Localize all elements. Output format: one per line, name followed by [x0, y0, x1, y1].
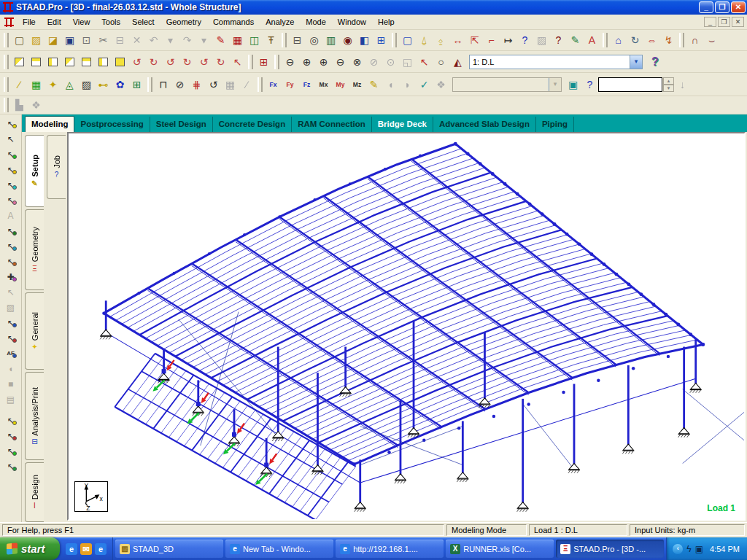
highlight-select-button[interactable]: ↖: [2, 413, 20, 428]
quicklaunch-outlook-express-icon[interactable]: ✉: [80, 543, 92, 555]
beam-angle-tool-button[interactable]: ⊘: [171, 77, 188, 93]
print-preview-button[interactable]: ◎: [306, 32, 322, 48]
structure-wizard-button[interactable]: ◫: [246, 32, 263, 48]
zoom-window-button[interactable]: ⊗: [349, 54, 365, 70]
open-file-button[interactable]: ▨: [28, 32, 44, 48]
geometry-cursor-button[interactable]: ↖: [2, 192, 20, 208]
rotate-right-button[interactable]: ↻: [179, 54, 196, 70]
tab-concrete-design[interactable]: Concrete Design: [213, 117, 292, 132]
green-select-button[interactable]: ↖: [2, 443, 20, 459]
solids-cursor-button[interactable]: ↖: [2, 162, 20, 177]
pan-cursor-button[interactable]: ↖: [416, 54, 433, 70]
view-top-cube-button[interactable]: [28, 54, 44, 70]
insert-node-button[interactable]: ◬: [61, 77, 78, 93]
rotate-entities-button[interactable]: ⌐: [483, 32, 500, 48]
menu-geometry[interactable]: Geometry: [160, 16, 207, 28]
open-model-button[interactable]: ◪: [44, 32, 61, 48]
view-iso-cube-button[interactable]: [11, 54, 28, 70]
translational-repeat-button[interactable]: ▦: [28, 77, 44, 93]
take-picture-button[interactable]: ◉: [339, 32, 356, 48]
zoom-capture-button[interactable]: ⊖: [282, 54, 298, 70]
text-labels-button[interactable]: A: [584, 32, 600, 48]
nodes-cursor-button[interactable]: ↖: [2, 116, 20, 131]
help-pointer-button[interactable]: ?: [550, 32, 567, 48]
circular-repeat-button[interactable]: ✦: [44, 77, 61, 93]
load-fz-button[interactable]: Fz: [298, 77, 315, 93]
erase-results-button[interactable]: ✎: [212, 32, 229, 48]
spinner-up-icon[interactable]: ▲: [663, 77, 674, 85]
load-values-select-button[interactable]: ↖: [2, 330, 20, 346]
mdi-close-button[interactable]: ✕: [732, 17, 744, 27]
shrink-view-button[interactable]: ⊞: [255, 54, 272, 70]
rotate-cursor-button[interactable]: ↖: [229, 54, 246, 70]
model-viewport[interactable]: Y x Z Load 1: [67, 132, 746, 521]
tab-piping[interactable]: Piping: [536, 117, 574, 132]
tab-bridge-deck[interactable]: Bridge Deck: [372, 117, 433, 132]
load-fy-button[interactable]: Fy: [282, 77, 298, 93]
tab-modeling[interactable]: Modeling: [25, 116, 74, 132]
menu-mode[interactable]: Mode: [300, 16, 332, 28]
taskbar-task-http-192-168-1[interactable]: ehttp://192.168.1....: [336, 540, 444, 558]
isometric-view-button[interactable]: ⌂: [610, 32, 627, 48]
menu-select[interactable]: Select: [126, 16, 160, 28]
lens-button[interactable]: ○: [433, 54, 449, 70]
menu-tools[interactable]: Tools: [96, 16, 126, 28]
taskbar-task-staad-pro-3d[interactable]: ΞSTAAD.Pro - [3D -...: [556, 540, 664, 558]
create-grid-button[interactable]: ⊞: [128, 77, 145, 93]
load-case-combo[interactable]: 1: D.L▾: [469, 55, 643, 69]
copy-button[interactable]: ⊡: [78, 32, 95, 48]
sidebar-tab-design[interactable]: DesignI: [25, 462, 44, 522]
move-entities-button[interactable]: ⇱: [466, 32, 483, 48]
zoom-out-button[interactable]: ⊖: [332, 54, 349, 70]
add-beam-button[interactable]: ⊷: [95, 77, 112, 93]
release-cursor-button[interactable]: ↖: [2, 254, 20, 269]
support-marker-button[interactable]: ✎: [365, 77, 382, 93]
assign-view-button[interactable]: ✓: [416, 77, 433, 93]
generate-surface-mesh-button[interactable]: ▨: [78, 77, 95, 93]
display-settings-button[interactable]: ▣: [565, 77, 581, 93]
menu-view[interactable]: View: [67, 16, 96, 28]
plates-cursor-button[interactable]: ↖: [2, 147, 20, 162]
quicklaunch-ie-shortcut-icon[interactable]: e: [95, 543, 107, 555]
plate-tool-button[interactable]: ⋕: [188, 77, 205, 93]
load-fx-button[interactable]: Fx: [265, 77, 282, 93]
sidebar-tab-setup[interactable]: Setup✎: [25, 135, 44, 207]
spin-right-button[interactable]: ↻: [212, 54, 229, 70]
pan-view-button[interactable]: ⇔: [643, 32, 660, 48]
load-mz-button[interactable]: Mz: [349, 77, 365, 93]
cut-button[interactable]: ✂: [95, 32, 112, 48]
rotate-up-button[interactable]: ↺: [128, 54, 145, 70]
node-dimensions-button[interactable]: ↔: [449, 32, 466, 48]
zoom-extents-button[interactable]: ⊕: [298, 54, 315, 70]
parallel-beam-select-button[interactable]: ↖: [2, 315, 20, 330]
menu-file[interactable]: File: [17, 16, 42, 28]
sidebar-tab-analysis-print[interactable]: Analysis/Print⊟: [25, 372, 44, 460]
view-3d-cube-button[interactable]: [112, 54, 128, 70]
group-green-select-button[interactable]: ↖: [2, 459, 20, 474]
tray-power-icon[interactable]: ϟ: [686, 544, 691, 554]
change-graph-button[interactable]: ◭: [449, 54, 466, 70]
dynamic-zoom-button[interactable]: ↯: [660, 32, 677, 48]
view-back-cube-button[interactable]: [78, 54, 95, 70]
spinner-down-icon[interactable]: ▼: [663, 85, 674, 92]
tab-postprocessing[interactable]: Postprocessing: [74, 117, 150, 132]
print-current-view-button[interactable]: ⊞: [373, 32, 390, 48]
command-value-input[interactable]: [598, 77, 662, 92]
quicklaunch-internet-explorer-icon[interactable]: e: [66, 543, 77, 555]
sidebar-tab-job[interactable]: Job?: [47, 135, 66, 199]
add-node-tool-button[interactable]: ✚: [2, 269, 20, 284]
tab-ram-connection[interactable]: RAM Connection: [292, 117, 372, 132]
tab-advanced-slab-design[interactable]: Advanced Slab Design: [433, 117, 536, 132]
menu-edit[interactable]: Edit: [42, 16, 67, 28]
close-button[interactable]: ✕: [731, 1, 746, 13]
mdi-restore-button[interactable]: ❐: [718, 17, 730, 27]
export-view-button[interactable]: ◧: [356, 32, 373, 48]
report-setup-button[interactable]: ▥: [322, 32, 339, 48]
mdi-minimize-button[interactable]: _: [704, 17, 716, 27]
start-button[interactable]: start: [0, 537, 60, 560]
view-side-cube-button[interactable]: [61, 54, 78, 70]
snap-node-beam-button[interactable]: ∕: [11, 77, 28, 93]
rotate-view-button[interactable]: ↻: [627, 32, 643, 48]
sidebar-tab-geometry[interactable]: GeometryΞ: [25, 209, 44, 291]
menu-commands[interactable]: Commands: [207, 16, 260, 28]
